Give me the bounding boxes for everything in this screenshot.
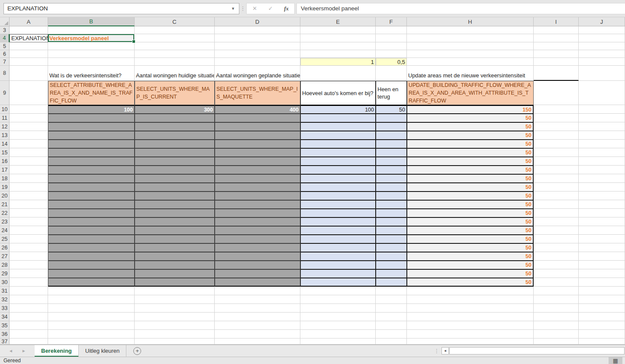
row-header-18[interactable]: 18: [0, 174, 10, 183]
cell-I30[interactable]: [534, 278, 579, 287]
cell-E8[interactable]: [300, 66, 376, 81]
cell-C3[interactable]: [135, 26, 215, 34]
cell-B7[interactable]: [48, 58, 135, 66]
cell-I21[interactable]: [534, 200, 579, 209]
cell-F25[interactable]: [376, 235, 407, 243]
row-header-4[interactable]: 4: [0, 34, 10, 42]
row-header-35[interactable]: 35: [0, 321, 10, 330]
cell-C22[interactable]: [135, 209, 215, 217]
row-header-15[interactable]: 15: [0, 148, 10, 157]
row-header-9[interactable]: 9: [0, 81, 10, 105]
cell-A17[interactable]: [10, 166, 48, 174]
cell-D25[interactable]: [215, 235, 300, 243]
cell-C36[interactable]: [135, 330, 215, 338]
cell-B27[interactable]: [48, 252, 135, 261]
cell-F17[interactable]: [376, 166, 407, 174]
cell-F30[interactable]: [376, 278, 407, 287]
cell-A3[interactable]: [10, 26, 48, 34]
cell-E6[interactable]: [300, 50, 376, 58]
cell-J28[interactable]: [579, 261, 625, 269]
cell-F13[interactable]: [376, 131, 407, 140]
cell-A26[interactable]: [10, 243, 48, 252]
cell-E27[interactable]: [300, 252, 376, 261]
row-header-37[interactable]: 37: [0, 338, 10, 345]
cell-B17[interactable]: [48, 166, 135, 174]
cell-B21[interactable]: [48, 200, 135, 209]
cell-H3[interactable]: [407, 26, 534, 34]
row-header-25[interactable]: 25: [0, 235, 10, 243]
row-header-5[interactable]: 5: [0, 42, 10, 50]
cell-D4[interactable]: [215, 34, 300, 42]
cell-B5[interactable]: [48, 42, 135, 50]
cell-I34[interactable]: [534, 313, 579, 321]
cell-J34[interactable]: [579, 313, 625, 321]
cell-B26[interactable]: [48, 243, 135, 252]
cell-D28[interactable]: [215, 261, 300, 269]
cell-J16[interactable]: [579, 157, 625, 166]
enter-icon[interactable]: ✓: [263, 5, 279, 12]
cell-D32[interactable]: [215, 295, 300, 304]
cell-E31[interactable]: [300, 287, 376, 295]
cell-D5[interactable]: [215, 42, 300, 50]
cell-I19[interactable]: [534, 183, 579, 192]
cell-H19[interactable]: 50: [407, 183, 534, 192]
row-header-34[interactable]: 34: [0, 313, 10, 321]
cell-F27[interactable]: [376, 252, 407, 261]
cell-C29[interactable]: [135, 269, 215, 278]
column-header-A[interactable]: A: [10, 17, 48, 26]
cell-J37[interactable]: [579, 338, 625, 345]
cell-F15[interactable]: [376, 148, 407, 157]
cell-J17[interactable]: [579, 166, 625, 174]
cell-I12[interactable]: [534, 122, 579, 131]
row-header-20[interactable]: 20: [0, 192, 10, 200]
cell-F18[interactable]: [376, 174, 407, 183]
cell-C9[interactable]: SELECT_UNITS_WHERE_MAP_IS_CURRENT: [135, 81, 215, 105]
cell-J35[interactable]: [579, 321, 625, 330]
cell-D36[interactable]: [215, 330, 300, 338]
cell-I13[interactable]: [534, 131, 579, 140]
column-header-J[interactable]: J: [579, 17, 625, 26]
cell-C30[interactable]: [135, 278, 215, 287]
cell-J14[interactable]: [579, 140, 625, 148]
cell-H25[interactable]: 50: [407, 235, 534, 243]
cell-A18[interactable]: [10, 174, 48, 183]
cell-B22[interactable]: [48, 209, 135, 217]
cell-E15[interactable]: [300, 148, 376, 157]
cell-H6[interactable]: [407, 50, 534, 58]
cell-H27[interactable]: 50: [407, 252, 534, 261]
cell-C37[interactable]: [135, 338, 215, 345]
cell-F7[interactable]: 0,5: [376, 58, 407, 66]
cell-D3[interactable]: [215, 26, 300, 34]
row-header-33[interactable]: 33: [0, 304, 10, 313]
cell-D19[interactable]: [215, 183, 300, 192]
cell-H30[interactable]: 50: [407, 278, 534, 287]
cell-F20[interactable]: [376, 192, 407, 200]
cell-C26[interactable]: [135, 243, 215, 252]
cell-C24[interactable]: [135, 226, 215, 235]
cell-J33[interactable]: [579, 304, 625, 313]
cell-B19[interactable]: [48, 183, 135, 192]
row-header-31[interactable]: 31: [0, 287, 10, 295]
cell-C28[interactable]: [135, 261, 215, 269]
cell-C13[interactable]: [135, 131, 215, 140]
cell-C10[interactable]: 300: [135, 105, 215, 114]
cell-H31[interactable]: [407, 287, 534, 295]
cell-F36[interactable]: [376, 330, 407, 338]
column-header-F[interactable]: F: [376, 17, 407, 26]
cell-J7[interactable]: [579, 58, 625, 66]
cell-H21[interactable]: 50: [407, 200, 534, 209]
formula-bar-splitter-icon[interactable]: ⋮: [239, 5, 246, 12]
row-header-10[interactable]: 10: [0, 105, 10, 114]
column-header-E[interactable]: E: [300, 17, 376, 26]
cell-I3[interactable]: [534, 26, 579, 34]
cell-E28[interactable]: [300, 261, 376, 269]
cell-C15[interactable]: [135, 148, 215, 157]
cell-C18[interactable]: [135, 174, 215, 183]
cell-I27[interactable]: [534, 252, 579, 261]
cell-E29[interactable]: [300, 269, 376, 278]
cell-B9[interactable]: SELECT_ATTRIBUTE_WHERE_AREA_IS_X_AND_NAM…: [48, 81, 135, 105]
cell-J27[interactable]: [579, 252, 625, 261]
cell-B29[interactable]: [48, 269, 135, 278]
cell-J12[interactable]: [579, 122, 625, 131]
cell-D8[interactable]: Aantal woningen geplande situatie: [215, 66, 300, 81]
